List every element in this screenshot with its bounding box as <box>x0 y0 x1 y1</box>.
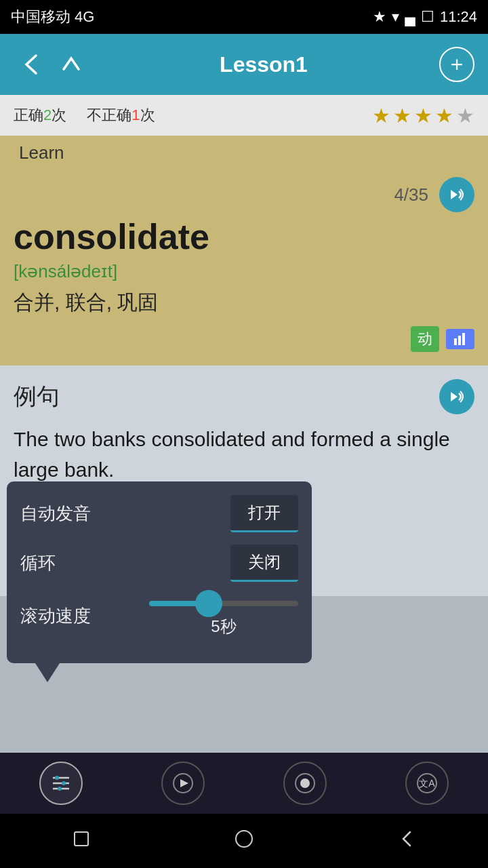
add-button[interactable]: + <box>439 47 474 82</box>
word-meaning: 合并, 联合, 巩固 <box>14 289 474 317</box>
android-nav <box>0 814 488 868</box>
play-toolbar-button[interactable] <box>161 762 205 805</box>
record-toolbar-button[interactable] <box>283 762 327 805</box>
recent-apps-button[interactable] <box>71 829 92 854</box>
loop-row: 循环 关闭 <box>20 545 298 582</box>
auto-play-row: 自动发音 打开 <box>20 495 298 532</box>
popup-arrow <box>35 663 60 682</box>
stats-row: 正确2次 不正确1次 ★ ★ ★ ★ ★ <box>0 95 488 136</box>
word-text: consolidate <box>14 216 474 257</box>
battery-icon: ☐ <box>421 8 434 26</box>
pos-tag: 动 <box>411 326 439 352</box>
chart-tag[interactable] <box>446 329 474 349</box>
svg-point-18 <box>236 831 252 847</box>
svg-marker-0 <box>451 190 458 199</box>
home-button[interactable] <box>234 829 254 854</box>
word-card: Learn 4/35 consolidate [kənsálədeɪt] 合并,… <box>0 136 488 366</box>
svg-point-10 <box>58 787 62 791</box>
wrong-stat: 不正确1次 <box>87 105 155 125</box>
back-button[interactable] <box>14 47 47 81</box>
svg-marker-12 <box>180 779 188 787</box>
star-5: ★ <box>456 104 474 127</box>
svg-text:文A: 文A <box>419 778 435 789</box>
svg-marker-4 <box>451 392 458 401</box>
loop-button[interactable]: 关闭 <box>230 545 298 582</box>
svg-rect-17 <box>75 832 88 846</box>
scroll-speed-row: 滚动速度 5秒 <box>20 594 298 637</box>
example-sound-button[interactable] <box>439 379 474 414</box>
loop-label: 循环 <box>20 551 56 575</box>
learn-tab[interactable]: Learn <box>0 136 83 170</box>
status-bar: 中国移动 4G ★ ▾ ▄ ☐ 11:24 <box>0 0 488 34</box>
speed-slider-track[interactable] <box>149 601 298 606</box>
star-1: ★ <box>372 104 390 127</box>
speed-slider-container: 5秒 <box>149 594 298 637</box>
word-progress: 4/35 <box>394 184 428 205</box>
star-4: ★ <box>435 104 453 127</box>
carrier-label: 中国移动 4G <box>11 7 94 27</box>
word-sound-button[interactable] <box>439 177 474 212</box>
back-nav-button[interactable] <box>396 829 417 854</box>
svg-rect-2 <box>458 336 461 345</box>
time-label: 11:24 <box>440 8 477 26</box>
auto-play-button[interactable]: 打开 <box>230 495 298 532</box>
scroll-speed-label: 滚动速度 <box>20 604 91 628</box>
bottom-toolbar: 文A <box>0 753 488 814</box>
nav-bar: Lesson1 + <box>0 34 488 95</box>
speed-slider-value: 5秒 <box>211 616 236 637</box>
svg-rect-1 <box>454 338 457 345</box>
settings-toolbar-button[interactable] <box>39 762 83 805</box>
settings-popup: 自动发音 打开 循环 关闭 滚动速度 5秒 <box>7 481 312 663</box>
word-phonetic: [kənsálədeɪt] <box>14 261 474 282</box>
bluetooth-icon: ★ <box>373 8 386 26</box>
svg-rect-3 <box>462 333 465 345</box>
translate-toolbar-button[interactable]: 文A <box>405 762 449 805</box>
lesson-title: Lesson1 <box>220 52 308 77</box>
star-3: ★ <box>414 104 432 127</box>
correct-stat: 正确2次 <box>14 105 66 125</box>
auto-play-label: 自动发音 <box>20 502 91 526</box>
svg-point-14 <box>300 778 310 788</box>
wifi-icon: ▾ <box>392 8 399 26</box>
up-button[interactable] <box>54 47 88 81</box>
svg-point-8 <box>55 776 59 780</box>
svg-point-9 <box>62 781 66 785</box>
signal-icon: ▄ <box>405 8 415 26</box>
star-2: ★ <box>393 104 411 127</box>
star-rating: ★ ★ ★ ★ ★ <box>372 104 474 127</box>
example-label: 例句 <box>14 381 60 412</box>
example-text: The two banks consolidated and formed a … <box>14 424 474 485</box>
